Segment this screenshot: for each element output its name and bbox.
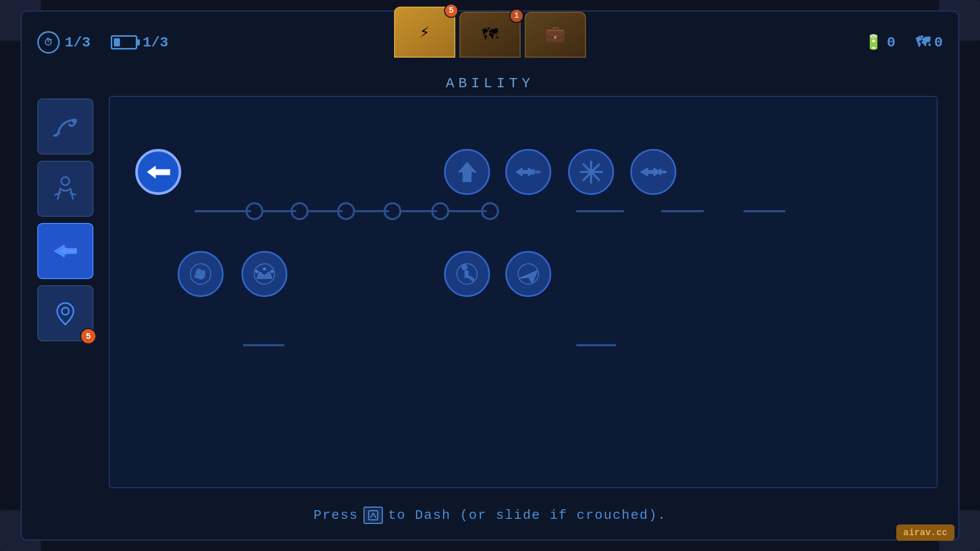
svg-rect-34: [369, 511, 378, 520]
svg-point-1: [61, 177, 69, 185]
tab-ability-icon: ⚡: [420, 22, 429, 42]
page-title: Ability: [446, 76, 534, 91]
lives-stat: ⏱ 1/3: [37, 31, 90, 54]
center-tabs: ⚡ 5 🗺 1 💼: [394, 7, 586, 58]
svg-point-29: [271, 270, 274, 273]
battery-stat: 1/3: [111, 35, 168, 51]
svg-point-4: [247, 203, 262, 219]
grapple-icon: [50, 111, 81, 142]
node-dash-fast[interactable]: [630, 149, 676, 195]
watermark: airav.cc: [896, 524, 954, 541]
svg-point-14: [482, 203, 498, 219]
stats-right: 🔋 0 🗺 0: [865, 34, 943, 51]
tab-inventory[interactable]: 💼: [525, 12, 586, 58]
sidebar-btn-dash[interactable]: [37, 223, 93, 279]
map-count-value: 0: [934, 35, 943, 51]
map-count-icon: 🗺: [916, 34, 930, 51]
node-dash-multi[interactable]: [505, 149, 551, 195]
game-frame: ⏱ 1/3 1/3 ⚡ 5 🗺 1 💼: [20, 10, 960, 541]
svg-point-31: [461, 264, 468, 270]
stats-left: ⏱ 1/3 1/3: [37, 31, 168, 54]
battery-icon: [111, 35, 137, 49]
node-crown[interactable]: [241, 251, 287, 297]
svg-point-12: [432, 203, 448, 219]
sidebar-btn-character[interactable]: [37, 161, 93, 217]
battery-count-icon: 🔋: [865, 34, 883, 51]
battery-value: 1/3: [142, 35, 168, 51]
left-sidebar: 5: [37, 98, 93, 341]
location-badge: 5: [80, 328, 96, 344]
svg-point-26: [254, 264, 275, 284]
svg-point-28: [263, 267, 266, 270]
tab-inventory-icon: 💼: [545, 24, 566, 45]
node-kick[interactable]: [444, 251, 490, 297]
node-dash-active[interactable]: [135, 149, 181, 195]
node-freeze[interactable]: [568, 149, 614, 195]
character-icon: [50, 173, 81, 204]
battery-count-value: 0: [887, 35, 895, 51]
node-dive[interactable]: [444, 149, 490, 195]
sidebar-btn-grapple[interactable]: [37, 98, 93, 155]
svg-point-2: [62, 308, 69, 315]
tab-map-badge: 1: [509, 9, 524, 23]
main-content: [109, 96, 938, 488]
svg-point-6: [291, 203, 307, 219]
skill-tree: [125, 112, 921, 472]
top-bar: ⏱ 1/3 1/3 ⚡ 5 🗺 1 💼: [22, 12, 958, 73]
node-fist[interactable]: [178, 251, 224, 297]
tab-map[interactable]: 🗺 1: [459, 12, 521, 58]
svg-point-0: [72, 118, 77, 123]
tab-ability-badge: 5: [444, 4, 458, 18]
tab-map-icon: 🗺: [482, 25, 498, 45]
sidebar-btn-location[interactable]: 5: [37, 285, 93, 341]
battery-count: 🔋 0: [865, 34, 895, 51]
lives-value: 1/3: [65, 35, 90, 51]
svg-point-27: [255, 270, 258, 273]
svg-line-33: [520, 277, 528, 278]
location-icon: [50, 298, 81, 329]
hint-key: [363, 507, 383, 524]
node-paper-plane[interactable]: [505, 251, 551, 297]
svg-point-10: [384, 203, 400, 219]
lives-icon: ⏱: [37, 31, 60, 54]
tab-ability[interactable]: ⚡ 5: [394, 7, 455, 58]
hint-suffix: to Dash (or slide if crouched).: [388, 508, 667, 523]
bottom-hint: Press to Dash (or slide if crouched).: [313, 507, 667, 524]
hint-prefix: Press: [313, 508, 358, 523]
svg-point-24: [588, 169, 594, 175]
dash-icon: [50, 236, 81, 266]
svg-point-8: [338, 203, 354, 219]
map-count: 🗺 0: [916, 34, 943, 51]
